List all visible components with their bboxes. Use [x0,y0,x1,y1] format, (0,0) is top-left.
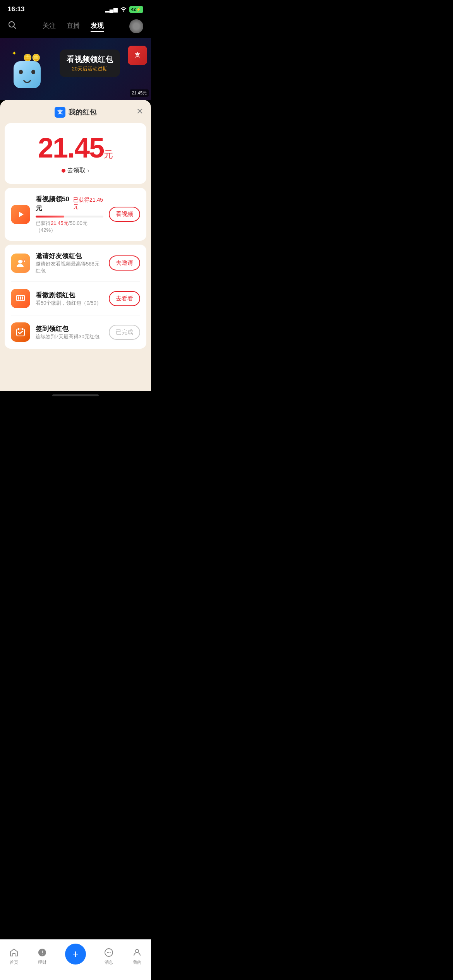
status-icons: ▂▄▆ 42⚡ [105,6,143,13]
invite-task-item: 邀请好友领红包 邀请好友看视频最高得588元红包 去邀请 [11,245,140,282]
corner-amount: 21.45元 [130,89,149,97]
svg-point-3 [18,260,22,264]
status-time: 16:13 [8,5,24,13]
svg-rect-10 [22,296,23,300]
bottom-sheet: 支 我的红包 ✕ 21.45元 去领取 › 看视频领50元 已获得21.45 [0,100,151,391]
nav-tabs: 关注 直播 发现 [43,21,104,32]
tab-follow[interactable]: 关注 [43,21,56,32]
speech-bubble: 看视频领红包 20天后活动过期 [60,50,120,77]
hero-banner: ✦ 🪙🪙 看视频领红包 20天后活动过期 支 21.45元 [0,38,151,100]
tab-discover[interactable]: 发现 [91,21,104,32]
svg-marker-2 [19,212,24,217]
video-task-earned: 已获得21.45元 [73,197,103,211]
battery-badge: 42⚡ [129,6,143,13]
home-indicator [52,394,99,396]
svg-rect-8 [18,296,19,300]
video-task-icon [11,205,30,224]
video-progress-fill [36,216,64,218]
drama-task-info: 看微剧领红包 看50个微剧，领红包（0/50） [36,291,103,307]
close-button[interactable]: ✕ [136,106,143,117]
drama-button[interactable]: 去看看 [109,291,140,306]
alipay-logo: 支 [55,107,65,118]
collect-button[interactable]: 去领取 › [12,166,139,175]
video-task-sub: 已获得21.45元/50.00元（42%） [36,220,103,234]
tab-live[interactable]: 直播 [67,21,80,32]
collect-text: 去领取 [67,166,86,175]
top-nav: 关注 直播 发现 [0,16,151,38]
amount-unit: 元 [104,149,113,159]
checkin-task-info: 签到领红包 连续签到7天最高得30元红包 [36,324,103,340]
search-icon[interactable] [8,21,17,32]
bubble-sub: 20天后活动过期 [67,65,113,72]
mascot: 🪙🪙 [8,53,46,96]
invite-button[interactable]: 去邀请 [109,255,140,271]
svg-line-1 [14,27,16,29]
collect-dot [62,169,65,173]
invite-task-icon [11,254,30,273]
alipay-mini-logo: 支 [135,52,140,59]
svg-point-0 [9,22,14,27]
watch-video-button[interactable]: 看视频 [109,207,140,222]
signal-icon: ▂▄▆ [105,6,118,12]
status-bar: 16:13 ▂▄▆ 42⚡ [0,0,151,16]
checkin-button: 已完成 [109,325,140,340]
checkin-task-icon [11,322,30,342]
drama-task-icon [11,289,30,308]
avatar[interactable] [129,19,143,33]
wifi-icon [120,6,127,13]
drama-task-item: 看微剧领红包 看50个微剧，领红包（0/50） 去看看 [11,282,140,315]
red-packet-corner[interactable]: 支 [128,46,147,65]
sheet-title: 我的红包 [69,108,96,117]
checkin-task-sub: 连续签到7天最高得30元红包 [36,333,103,340]
bubble-title: 看视频领红包 [67,54,113,65]
sheet-header: 支 我的红包 ✕ [0,100,151,123]
main-amount-card: 21.45元 去领取 › [5,123,146,184]
invite-task-info: 邀请好友领红包 邀请好友看视频最高得588元红包 [36,252,103,274]
watch-video-item: 看视频领50元 已获得21.45元 已获得21.45元/50.00元（42%） … [11,195,140,234]
checkin-task-item: 签到领红包 连续签到7天最高得30元红包 已完成 [11,315,140,349]
svg-rect-9 [20,296,21,300]
video-task-title: 看视频领50元 [36,195,70,212]
video-progress-bar [36,216,103,218]
collect-arrow-icon: › [87,167,89,174]
amount-display: 21.45元 [12,134,139,162]
video-task-info: 看视频领50元 已获得21.45元 已获得21.45元/50.00元（42%） [36,195,103,234]
invite-task-sub: 邀请好友看视频最高得588元红包 [36,260,103,274]
amount-value: 21.45 [38,132,104,163]
watch-video-card: 看视频领50元 已获得21.45元 已获得21.45元/50.00元（42%） … [5,188,146,241]
drama-task-sub: 看50个微剧，领红包（0/50） [36,300,103,307]
multi-task-card: 邀请好友领红包 邀请好友看视频最高得588元红包 去邀请 看微剧领红包 看50个… [5,245,146,349]
